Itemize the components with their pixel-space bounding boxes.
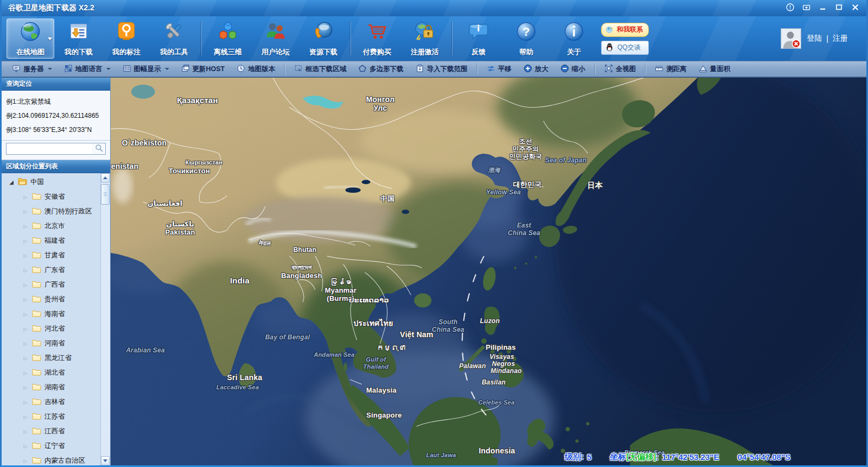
- dropdown-arrow-icon: [48, 68, 52, 70]
- maptool-pan[interactable]: 平移: [481, 62, 518, 75]
- tree-item-label: 海南省: [44, 310, 65, 319]
- tree-item-label: 吉林省: [44, 397, 65, 407]
- expander-closed-icon[interactable]: ▷: [22, 194, 29, 200]
- toolbar-button-cubes[interactable]: 离线三维: [205, 19, 251, 58]
- maptool-measure-area[interactable]: 量面积: [693, 62, 737, 75]
- map-viewport[interactable]: ҚазақстанМонгол УлсO`zbekistonКыргызстан…: [111, 78, 866, 465]
- toolbar-separator: [201, 22, 201, 55]
- expander-closed-icon[interactable]: ▷: [22, 370, 29, 376]
- scroll-up-button[interactable]: [101, 173, 110, 182]
- tree-item-label: 湖北省: [44, 368, 65, 377]
- tree-scrollbar[interactable]: [100, 173, 110, 465]
- qq-chat-button[interactable]: QQ交谈: [601, 41, 649, 55]
- maptool-server[interactable]: 服务器: [6, 62, 58, 75]
- scroll-thumb[interactable]: [101, 184, 110, 205]
- tree-item[interactable]: ▷内蒙古自治区: [2, 453, 101, 465]
- search-row: [2, 141, 110, 160]
- info-window-button[interactable]: [782, 2, 798, 15]
- toolbar-button-users[interactable]: 用户论坛: [252, 19, 299, 58]
- tree-item[interactable]: ▷湖南省: [2, 380, 101, 395]
- tree-item[interactable]: ▷澳门特别行政区: [2, 204, 101, 219]
- content: 查询定位 例1:北京紫禁城 例2:104.09691724,30.6211486…: [2, 77, 866, 465]
- toolbar-button-lock[interactable]: 注册激活: [401, 19, 448, 58]
- users-icon: [264, 20, 287, 45]
- search-input[interactable]: [6, 143, 106, 155]
- tree-item[interactable]: ▷河北省: [2, 321, 101, 336]
- search-button[interactable]: [92, 143, 105, 154]
- tree-item[interactable]: ▷黑龙江省: [2, 351, 101, 365]
- maptool-host[interactable]: 更新HOST: [175, 62, 231, 75]
- register-link[interactable]: 注册: [833, 34, 848, 43]
- login-link[interactable]: 登陆: [807, 34, 822, 43]
- tree-item[interactable]: ▷安徽省: [2, 190, 101, 204]
- expander-closed-icon[interactable]: ▷: [22, 414, 29, 420]
- expander-closed-icon[interactable]: ▷: [22, 224, 29, 229]
- toolbar-button-about[interactable]: 关于: [551, 19, 597, 58]
- toolbar-button-feedback[interactable]: 反馈: [455, 19, 502, 58]
- language-icon: [64, 64, 73, 74]
- tree-item[interactable]: ▷福建省: [2, 234, 101, 248]
- maptool-language[interactable]: 地图语言: [58, 62, 117, 75]
- tree-item[interactable]: ▷江西省: [2, 424, 101, 439]
- expander-closed-icon[interactable]: ▷: [22, 253, 29, 258]
- maximize-button[interactable]: [831, 2, 847, 15]
- expander-closed-icon[interactable]: ▷: [22, 312, 29, 317]
- maptool-full-view[interactable]: 全视图: [598, 62, 642, 75]
- toolbar-button-download-list[interactable]: 我的下载: [55, 19, 102, 58]
- expander-closed-icon[interactable]: ▷: [22, 458, 29, 464]
- tree-item[interactable]: ▷北京市: [2, 219, 101, 234]
- map-toolbar: 服务器地图语言图幅显示更新HOST地图版本框选下载区域多边形下载导入下载范围平移…: [2, 61, 866, 77]
- maptool-measure-distance[interactable]: 测距离: [649, 62, 693, 75]
- toolbar-button-pin[interactable]: 我的标注: [103, 19, 150, 58]
- expander-closed-icon[interactable]: ▷: [22, 444, 29, 449]
- maptool-separator: [477, 64, 477, 74]
- minimize-icon: [818, 3, 827, 14]
- svg-text:?: ?: [522, 25, 529, 39]
- tree-item[interactable]: ▷贵州省: [2, 292, 101, 307]
- tree-root-china[interactable]: ◢中国: [2, 175, 101, 190]
- dropdown-arrow-icon: [48, 37, 52, 40]
- tree-item[interactable]: ▷湖北省: [2, 365, 101, 380]
- expander-closed-icon[interactable]: ▷: [22, 400, 29, 405]
- tree-item[interactable]: ▷辽宁省: [2, 439, 101, 453]
- maptool-clock[interactable]: 地图版本: [231, 62, 281, 75]
- toolbar-button-tools[interactable]: 我的工具: [151, 19, 197, 58]
- maptool-polygon[interactable]: 多边形下载: [352, 62, 410, 75]
- maptool-box-select[interactable]: 框选下载区域: [288, 62, 352, 75]
- expander-closed-icon[interactable]: ▷: [22, 429, 29, 434]
- maptool-grid[interactable]: 图幅显示: [117, 62, 175, 75]
- avatar[interactable]: [781, 28, 801, 49]
- close-button[interactable]: [847, 2, 863, 15]
- tree-item[interactable]: ▷吉林省: [2, 395, 101, 409]
- tree-item[interactable]: ▷江苏省: [2, 409, 101, 424]
- expander-open-icon[interactable]: ◢: [8, 179, 15, 185]
- tree-item[interactable]: ▷广东省: [2, 263, 101, 277]
- minimize-to-tray-button[interactable]: [798, 2, 814, 15]
- toolbar-button-globe[interactable]: 在线地图: [7, 18, 54, 59]
- contact-me-button[interactable]: 和我联系: [601, 23, 649, 37]
- expander-closed-icon[interactable]: ▷: [22, 326, 29, 332]
- minimize-button[interactable]: [814, 2, 831, 15]
- maptool-zoom-in[interactable]: 放大: [518, 62, 554, 75]
- tree-item[interactable]: ▷甘肃省: [2, 248, 101, 263]
- toolbar-button-globe-download[interactable]: 资源下载: [300, 19, 347, 58]
- clock-icon: [237, 64, 245, 74]
- tree-item[interactable]: ▷河南省: [2, 336, 101, 351]
- maptool-import[interactable]: 导入下载范围: [410, 62, 474, 75]
- example-2: 例2:104.09691724,30.62114865: [6, 109, 106, 123]
- expander-closed-icon[interactable]: ▷: [22, 238, 29, 244]
- maptool-zoom-out[interactable]: 缩小: [554, 62, 591, 75]
- expander-closed-icon[interactable]: ▷: [22, 268, 29, 273]
- expander-closed-icon[interactable]: ▷: [22, 385, 29, 390]
- expander-closed-icon[interactable]: ▷: [22, 341, 29, 346]
- tree-item[interactable]: ▷广西省: [2, 277, 101, 292]
- scroll-down-button[interactable]: [101, 456, 110, 465]
- contact-stack: 和我联系 QQ交谈: [601, 23, 649, 55]
- toolbar-button-help[interactable]: ?帮助: [503, 19, 550, 58]
- tree-item[interactable]: ▷海南省: [2, 307, 101, 321]
- expander-closed-icon[interactable]: ▷: [22, 209, 29, 214]
- toolbar-button-cart[interactable]: 付费购买: [354, 19, 400, 58]
- expander-closed-icon[interactable]: ▷: [22, 282, 29, 288]
- expander-closed-icon[interactable]: ▷: [22, 356, 29, 361]
- expander-closed-icon[interactable]: ▷: [22, 297, 29, 302]
